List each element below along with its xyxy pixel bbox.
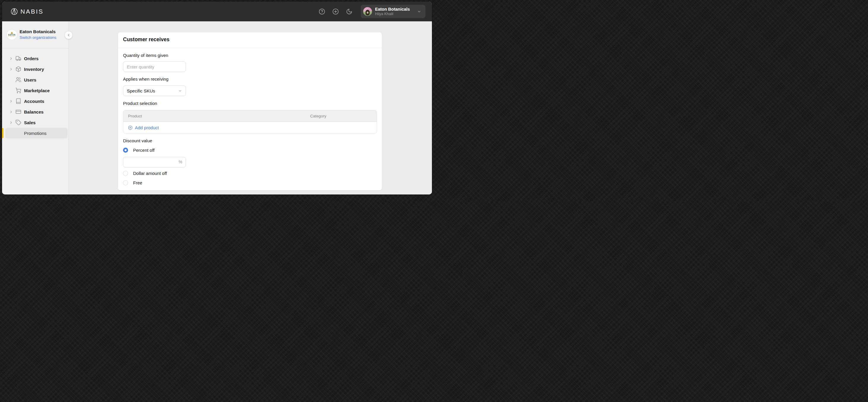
radio-option-percent-off[interactable]: Percent off <box>123 148 154 153</box>
add-product-label: Add product <box>135 125 159 130</box>
radio-option-dollar-amount-off[interactable]: Dollar amount off <box>123 171 167 176</box>
dark-mode-moon-icon[interactable] <box>346 8 352 15</box>
chevron-right-icon <box>9 110 13 114</box>
topbar-actions: Eaton Botanicals Hilya Khalil <box>319 1 425 21</box>
sidebar-org-section: EATON BOTANICALS Eaton Botanicals Switch… <box>2 21 68 48</box>
chevron-left-icon <box>67 33 70 37</box>
book-icon <box>16 98 21 104</box>
users-icon <box>16 77 21 83</box>
top-navigation-bar: NABIS Eaton Botanical <box>2 1 432 21</box>
sidebar-item-label: Sales <box>24 120 36 125</box>
tag-icon <box>16 120 21 125</box>
sidebar-item-balances[interactable]: Balances <box>2 106 68 117</box>
active-item-indicator <box>2 128 4 138</box>
applies-select-value: Specific SKUs <box>127 88 155 93</box>
radio-selected-icon[interactable] <box>123 148 128 153</box>
create-plus-icon[interactable] <box>332 8 339 15</box>
sidebar-item-accounts[interactable]: Accounts <box>2 96 68 106</box>
sidebar-item-label: Marketplace <box>24 88 50 93</box>
sidebar-item-label: Promotions <box>24 131 46 136</box>
sidebar-item-label: Accounts <box>24 99 44 104</box>
nabis-logo: NABIS <box>11 8 43 15</box>
sidebar-item-promotions-active[interactable]: Promotions <box>5 128 68 138</box>
chevron-right-icon <box>9 67 13 71</box>
sidebar-item-label: Inventory <box>24 67 44 72</box>
chevron-right-icon <box>9 57 13 60</box>
org-logo-subtext: BOTANICALS <box>8 36 16 37</box>
product-selection-label: Product selection <box>123 101 157 106</box>
chevron-down-icon <box>417 9 421 13</box>
percent-input-wrap: % <box>123 157 186 167</box>
screenshot-viewport: NABIS Eaton Botanical <box>0 0 434 201</box>
org-name: Eaton Botanicals <box>20 29 56 34</box>
quantity-input[interactable] <box>123 61 186 72</box>
chevron-down-icon <box>178 89 182 93</box>
nabis-logo-icon <box>11 8 18 15</box>
app-window: NABIS Eaton Botanical <box>2 1 432 194</box>
shopping-cart-icon <box>16 88 21 93</box>
customer-receives-card: Customer receives Quantity of items give… <box>118 32 382 190</box>
credit-card-icon <box>16 109 21 115</box>
radio-option-free[interactable]: Free <box>123 180 142 185</box>
radio-unselected-icon[interactable] <box>123 180 128 185</box>
product-table-header: Product Category <box>123 110 377 122</box>
quantity-label: Quantity of items given <box>123 53 168 58</box>
user-chip-org: Eaton Botanicals <box>375 6 410 12</box>
sidebar-item-label: Balances <box>24 110 43 115</box>
add-product-button[interactable]: Add product <box>128 125 159 130</box>
column-header-product: Product <box>128 110 142 122</box>
radio-unselected-icon[interactable] <box>123 171 128 176</box>
brand-wordmark: NABIS <box>21 8 43 15</box>
radio-option-label: Percent off <box>133 148 154 153</box>
switch-organizations-link[interactable]: Switch organizations <box>20 35 56 40</box>
user-org-menu[interactable]: Eaton Botanicals Hilya Khalil <box>361 5 425 18</box>
sidebar-nav: Orders Inventory Users <box>2 48 68 138</box>
main-area: Customer receives Quantity of items give… <box>69 21 432 194</box>
percent-value-input[interactable] <box>123 157 186 167</box>
org-logo: EATON BOTANICALS <box>7 30 17 40</box>
user-avatar <box>363 7 372 16</box>
chevron-right-icon <box>9 99 13 103</box>
product-table-row: Add product <box>123 122 377 133</box>
card-title: Customer receives <box>123 36 169 43</box>
sidebar-item-sales[interactable]: Sales <box>2 117 68 128</box>
plus-circle-icon <box>128 125 132 130</box>
package-icon <box>16 66 21 72</box>
sidebar-item-inventory[interactable]: Inventory <box>2 64 68 74</box>
truck-icon <box>16 56 21 61</box>
sidebar-item-label: Users <box>24 78 36 83</box>
content-area: EATON BOTANICALS Eaton Botanicals Switch… <box>2 21 432 194</box>
sidebar-item-orders[interactable]: Orders <box>2 53 68 64</box>
column-header-category: Category <box>310 110 327 122</box>
org-logo-roof-icon <box>10 32 13 34</box>
sidebar: EATON BOTANICALS Eaton Botanicals Switch… <box>2 21 69 194</box>
discount-value-label: Discount value <box>123 138 152 143</box>
sidebar-collapse-button[interactable] <box>65 31 72 39</box>
chevron-right-icon <box>9 121 13 125</box>
sidebar-item-marketplace[interactable]: Marketplace <box>2 85 68 96</box>
applies-select[interactable]: Specific SKUs <box>123 85 186 96</box>
help-icon[interactable] <box>319 8 325 15</box>
product-selection-table: Product Category Add product <box>123 110 377 133</box>
user-chip-text: Eaton Botanicals Hilya Khalil <box>375 6 410 17</box>
sidebar-item-users[interactable]: Users <box>2 74 68 85</box>
percent-suffix: % <box>179 159 182 164</box>
radio-option-label: Free <box>133 180 142 185</box>
applies-when-receiving-label: Applies when receiving <box>123 76 168 82</box>
radio-option-label: Dollar amount off <box>133 171 167 176</box>
sidebar-item-label: Orders <box>24 56 38 61</box>
card-title-divider <box>118 48 382 48</box>
user-chip-name: Hilya Khalil <box>375 12 410 17</box>
